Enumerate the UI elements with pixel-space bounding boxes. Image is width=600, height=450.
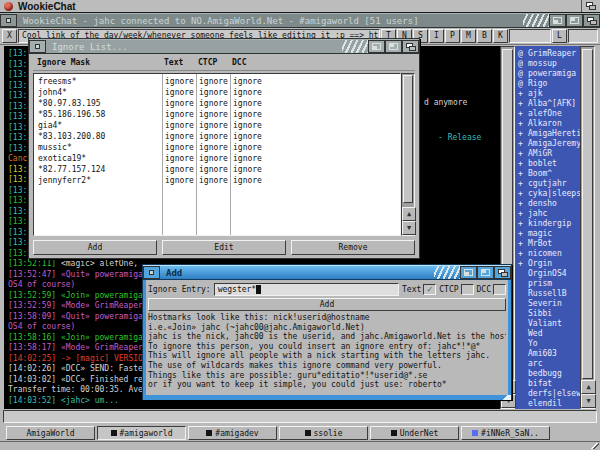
toolbar-field-2[interactable] [568,29,598,43]
channel-tab[interactable]: #amigadev [188,426,277,440]
table-row[interactable]: *85.186.196.58 ignore ignore ignore [34,109,400,120]
table-row[interactable]: jennyferr2* ignore ignore ignore [34,175,400,186]
iconify-gadget[interactable] [549,14,566,27]
user-list-item[interactable]: Sibbi [518,309,580,319]
close-gadget[interactable] [0,14,17,27]
table-row[interactable]: gia4* ignore ignore ignore [34,120,400,131]
depth-gadget[interactable] [402,40,419,53]
table-row[interactable]: *82.77.157.124 ignore ignore ignore [34,164,400,175]
user-list-item[interactable]: +alefOne [518,109,580,119]
user-list-item[interactable]: @GrimReaper [518,49,580,59]
channel-tab[interactable]: #amigaworld [97,426,186,440]
user-list-item[interactable]: +Alba^[AFK] [518,99,580,109]
user-list-item[interactable]: +AMiGR [518,149,580,159]
ignore-dialog-titlebar[interactable]: Ignore List... [29,39,419,54]
userlist-button[interactable]: L [552,29,567,43]
user-list-item[interactable]: arc [518,359,580,369]
user-list-item[interactable]: elendil [518,399,580,409]
toolbar-button[interactable]: P [445,29,460,43]
ignore-mask-cell: *82.77.157.124 [34,164,162,175]
user-list-item[interactable]: Valiant [518,319,580,329]
close-gadget[interactable] [29,40,46,53]
close-gadget[interactable] [143,266,160,279]
user-list-item[interactable]: +magic [518,229,580,239]
user-nick: boblet [528,159,557,168]
main-window-titlebar[interactable]: WookieChat - jahc connected to NO.AmigaW… [0,13,600,28]
user-list-item[interactable]: +AmigaHeretic [518,129,580,139]
table-row[interactable]: john4* ignore ignore ignore [34,87,400,98]
toolbar-button[interactable]: M [461,29,476,43]
user-list-item[interactable]: derfs|elsewher [518,389,580,399]
remove-button[interactable]: Remove [291,240,415,255]
checkbox[interactable]: ✓ [493,284,506,295]
user-list-item[interactable]: RussellB [518,289,580,299]
resize-handle[interactable] [502,395,511,400]
toolbar-button[interactable]: K [493,29,508,43]
edit-button[interactable]: Edit [162,240,286,255]
user-list-item[interactable]: +cyka|sleeps [518,189,580,199]
user-list-item[interactable]: +kindergip [518,219,580,229]
resize-handle[interactable] [589,443,599,449]
user-list-item[interactable]: +Orgin [518,259,580,269]
user-list-item[interactable]: +AmigaJeremy [518,139,580,149]
add-button[interactable]: Add [33,240,157,255]
userlist-scrollbar[interactable]: ▲ ▼ [580,46,595,409]
user-list-item[interactable]: +cgutjahr [518,179,580,189]
user-list-item[interactable]: Yo [518,339,580,349]
checkbox[interactable]: ✓ [423,284,436,295]
user-list-item[interactable]: +boblet [518,159,580,169]
user-list-item[interactable]: prism [518,279,580,289]
user-list-item[interactable]: +nicomen [518,249,580,259]
ignore-entry-input[interactable]: wegster* [214,283,399,296]
user-list-item[interactable]: bifat [518,379,580,389]
user-list-item[interactable]: @poweramiga [518,69,580,79]
ignore-scrollbar-thumb[interactable] [403,75,413,203]
iconify-gadget[interactable] [460,266,477,279]
userlist-scroll-down-button[interactable]: ▼ [581,394,596,408]
user-list-item[interactable]: OrginOS4 [518,269,580,279]
ignore-list-scrollbar[interactable]: ▲ ▼ [401,73,415,236]
titlebar-stripes [523,14,549,27]
depth-gadget[interactable] [494,266,511,279]
screen-depth-gadget[interactable] [581,0,600,12]
user-list-item[interactable]: bedbugg [518,369,580,379]
dcc-cell: ignore [230,98,400,109]
close-topic-button[interactable]: X [2,29,17,43]
depth-gadget[interactable] [583,14,600,27]
ignore-scroll-down-button[interactable]: ▼ [402,221,416,235]
user-list-item[interactable]: Wed [518,329,580,339]
zoom-gadget[interactable] [477,266,494,279]
toolbar-field-1[interactable] [509,29,551,43]
table-row[interactable]: mussic* ignore ignore ignore [34,142,400,153]
channel-tab[interactable]: #iNNeR_SaN.. [461,426,550,440]
table-row[interactable]: *80.97.83.195 ignore ignore ignore [34,98,400,109]
checkbox[interactable]: ✓ [461,284,474,295]
toolbar-button[interactable]: B [477,29,492,43]
channel-tab[interactable]: AmigaWorld [6,426,95,440]
userlist-scrollbar-thumb[interactable] [582,49,593,379]
user-list-item[interactable]: Severin [518,299,580,309]
message-input[interactable] [3,410,597,423]
user-list-item[interactable]: Ami603 [518,349,580,359]
channel-tab[interactable]: UnderNet [370,426,459,440]
add-dialog-titlebar[interactable]: Add [143,265,511,280]
user-list-item[interactable]: +Alkaron [518,119,580,129]
toolbar-button[interactable]: I [429,29,444,43]
user-list-item[interactable]: +ajk [518,89,580,99]
user-list-item[interactable]: @Rigo [518,79,580,89]
zoom-gadget[interactable] [385,40,402,53]
ignore-scroll-up-button[interactable]: ▲ [402,207,416,221]
user-list-item[interactable]: +densho [518,199,580,209]
user-list-item[interactable]: +Boom^ [518,169,580,179]
user-list-item[interactable]: @mossup [518,59,580,69]
table-row[interactable]: exotica19* ignore ignore ignore [34,153,400,164]
user-list-item[interactable]: +MrBot [518,239,580,249]
table-row[interactable]: freesms* ignore ignore ignore [34,76,400,87]
user-list-item[interactable]: +jahc [518,209,580,219]
channel-tab[interactable]: ssolie [279,426,368,440]
table-row[interactable]: *83.103.200.80 ignore ignore ignore [34,131,400,142]
userlist-scroll-up-button[interactable]: ▲ [581,380,596,394]
zoom-gadget[interactable] [566,14,583,27]
add-confirm-button[interactable]: Add [148,298,506,311]
iconify-gadget[interactable] [368,40,385,53]
